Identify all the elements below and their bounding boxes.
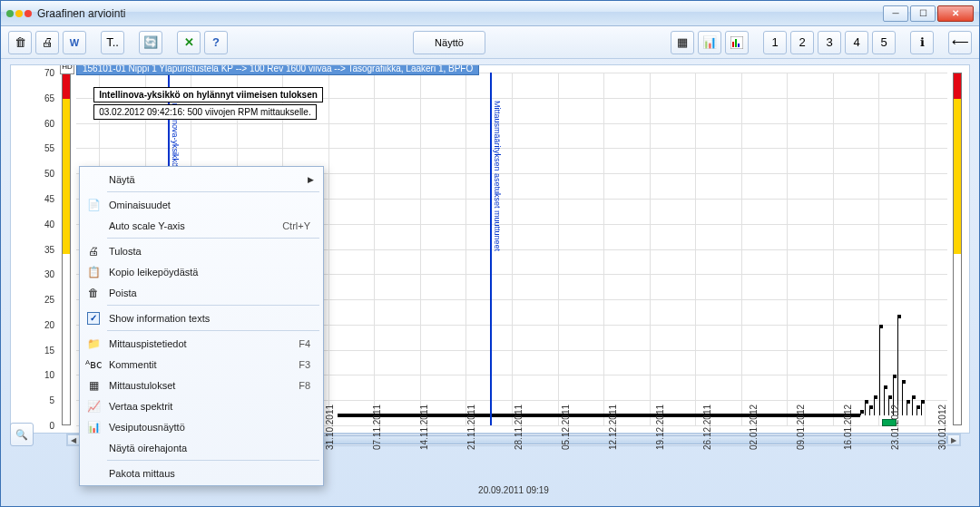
y-tick: 50 [44, 169, 54, 179]
window-title: Graafinen arviointi [37, 7, 883, 20]
help-button[interactable]: ? [204, 31, 228, 54]
x-tick: 19.12.2011 [655, 405, 665, 450]
dot-yellow-icon [15, 10, 23, 17]
menu-item-mittaustulokset[interactable]: ▦MittaustuloksetF8 [82, 375, 321, 395]
x-tick: 05.12.2011 [561, 405, 571, 450]
x-tick: 28.11.2011 [514, 405, 524, 450]
context-menu: Näytä▶📄OminaisuudetAuto scale Y-axisCtrl… [79, 166, 324, 486]
y-tick: 45 [44, 193, 54, 203]
display-button[interactable]: Näyttö [413, 31, 485, 54]
minimize-button[interactable]: ─ [883, 5, 908, 22]
layout-2-button[interactable]: 2 [790, 31, 814, 54]
y-tick: 70 [44, 68, 54, 78]
info-button[interactable]: ℹ [910, 31, 934, 54]
y-tick: 5 [49, 395, 54, 405]
x-tick: 31.10.2011 [325, 405, 335, 450]
menu-item-vesiputousn-ytt-[interactable]: 📊Vesiputousnäyttö [82, 416, 321, 437]
cancel-button[interactable]: ✕ [177, 31, 201, 54]
close-button[interactable]: ✕ [937, 5, 974, 22]
y-tick: 20 [44, 319, 54, 329]
titlebar: Graafinen arviointi ─ ☐ ✕ [1, 1, 979, 26]
x-tick: 30.01.2012 [937, 405, 947, 450]
refresh-button[interactable]: 🔄 [139, 31, 162, 54]
x-tick: 09.01.2012 [796, 405, 806, 450]
x-tick: 07.11.2011 [372, 405, 382, 450]
svg-rect-3 [738, 44, 740, 47]
scroll-right-arrow[interactable]: ▶ [947, 434, 960, 445]
info-callout: Intellinova-yksikkö on hylännyt viimeise… [93, 87, 323, 102]
x-tick: 14.11.2011 [419, 405, 429, 450]
x-tick: 16.01.2012 [843, 405, 853, 450]
y-tick: 40 [44, 219, 54, 229]
word-export-button[interactable]: W [63, 31, 86, 54]
gauge-right [953, 73, 962, 425]
y-tick: 30 [44, 269, 54, 279]
x-tick: 21.11.2011 [466, 405, 476, 450]
x-tick: 12.12.2011 [608, 405, 618, 450]
current-position-handle[interactable] [882, 419, 897, 426]
marker-text: Mittausmäärityksen asetukset muuttuneet [493, 101, 502, 251]
menu-item-tulosta[interactable]: 🖨Tulosta [82, 240, 321, 261]
svg-rect-1 [732, 42, 734, 47]
menu-item-poista[interactable]: 🗑Poista [82, 282, 321, 303]
y-tick: 65 [44, 93, 54, 102]
chart-title-badge: 156101-01 Nippi 1 Yläpuristustela KP -->… [76, 64, 479, 75]
svg-rect-2 [735, 39, 737, 47]
menu-item-auto-scale-y-axis[interactable]: Auto scale Y-axisCtrl+Y [82, 215, 321, 236]
menu-item-kommentit[interactable]: ᴬʙᴄKommentitF3 [82, 354, 321, 375]
menu-item-n-yt-oirehajonta[interactable]: Näytä oirehajonta [82, 437, 321, 458]
text-tool-button[interactable]: T.. [101, 31, 124, 54]
grid-toggle-button[interactable]: ▦ [671, 31, 694, 54]
gauge-left [62, 73, 71, 425]
menu-item-vertaa-spektrit[interactable]: 📈Vertaa spektrit [82, 395, 321, 416]
y-tick: 15 [44, 345, 54, 355]
layout-4-button[interactable]: 4 [845, 31, 868, 54]
content-area: HD156101-01 Nippi 1 Yläpuristustela KP -… [1, 59, 979, 506]
menu-item-mittauspistetiedot[interactable]: 📁MittauspistetiedotF4 [82, 333, 321, 354]
layout-5-button[interactable]: 5 [872, 31, 896, 54]
menu-item-ominaisuudet[interactable]: 📄Ominaisuudet [82, 194, 321, 215]
menu-item-pakota-mittaus[interactable]: Pakota mittaus [82, 463, 321, 483]
status-dots [6, 10, 32, 17]
x-axis-center-label: 20.09.2011 09:19 [478, 485, 549, 495]
back-button[interactable]: ⟵ [948, 31, 972, 54]
menu-item-show-information-texts[interactable]: ✓Show information texts [82, 307, 321, 328]
y-tick: 25 [44, 295, 54, 305]
app-window: Graafinen arviointi ─ ☐ ✕ 🗑 🖨 W T.. 🔄 ✕ … [0, 0, 980, 507]
zoom-button[interactable]: 🔍 [10, 423, 34, 446]
layout-1-button[interactable]: 1 [763, 31, 787, 54]
x-tick: 23.01.2012 [890, 405, 900, 450]
y-tick: 55 [44, 143, 54, 153]
marker-line [490, 73, 492, 425]
scroll-left-arrow[interactable]: ◀ [67, 434, 80, 445]
maximize-button[interactable]: ☐ [910, 5, 936, 22]
print-button[interactable]: 🖨 [35, 31, 59, 54]
dot-red-icon [24, 10, 32, 17]
dot-green-icon [6, 10, 14, 17]
menu-item-n-yt-[interactable]: Näytä▶ [82, 169, 321, 190]
x-tick: 02.01.2012 [749, 405, 759, 450]
x-tick: 26.12.2011 [702, 405, 712, 450]
y-tick: 0 [49, 421, 54, 431]
layout-3-button[interactable]: 3 [818, 31, 841, 54]
info-callout: 03.02.2012 09:42:16: 500 viivojen RPM mi… [93, 104, 316, 120]
trash-button[interactable]: 🗑 [8, 31, 32, 54]
y-tick: 60 [44, 118, 54, 128]
y-tick: 35 [44, 244, 54, 254]
toolbar: 🗑 🖨 W T.. 🔄 ✕ ? Näyttö ▦ 📊 1 2 3 4 5 ℹ ⟵ [1, 26, 979, 59]
menu-item-kopio-leikep-yd-st-[interactable]: 📋Kopio leikepöydästä [82, 261, 321, 282]
chart-type-button[interactable]: 📊 [698, 31, 721, 54]
y-tick: 10 [44, 370, 54, 380]
color-chart-button[interactable] [725, 31, 749, 54]
hd-badge: HD [60, 64, 74, 74]
